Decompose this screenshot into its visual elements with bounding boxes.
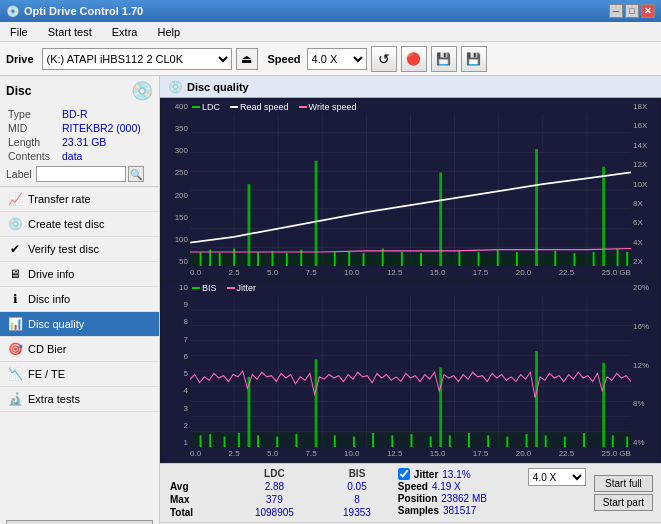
position-value: 23862 MB xyxy=(441,493,487,504)
sidebar-item-fe-te[interactable]: 📉 FE / TE xyxy=(0,362,159,387)
start-full-button[interactable]: Start full xyxy=(594,475,653,492)
legend-read-speed-label: Read speed xyxy=(240,102,289,112)
sidebar-item-disc-info-label: Disc info xyxy=(28,293,70,305)
chart-ldc-area xyxy=(190,114,631,266)
svg-rect-74 xyxy=(238,433,240,447)
sidebar-item-extra-tests[interactable]: 🔬 Extra tests xyxy=(0,387,159,412)
drive-label: Drive xyxy=(6,53,34,65)
legend-write-speed: Write speed xyxy=(299,102,357,112)
sidebar-item-disc-quality[interactable]: 📊 Disc quality xyxy=(0,312,159,337)
svg-rect-90 xyxy=(564,436,566,447)
svg-rect-69 xyxy=(535,351,538,447)
menu-help[interactable]: Help xyxy=(151,24,186,40)
burn-button[interactable]: 💾 xyxy=(431,46,457,72)
sidebar-item-cd-bier[interactable]: 🎯 CD Bier xyxy=(0,337,159,362)
sidebar-item-create-test-disc[interactable]: 💿 Create test disc xyxy=(0,212,159,237)
svg-rect-84 xyxy=(449,435,451,447)
main-content: Disc 💿 Type BD-R MID RITEKBR2 (000) Leng… xyxy=(0,76,661,524)
samples-row: Samples 381517 xyxy=(398,505,520,516)
svg-rect-73 xyxy=(224,436,226,447)
sidebar-item-fe-te-label: FE / TE xyxy=(28,368,65,380)
max-label: Max xyxy=(166,494,227,505)
start-buttons-col: Start full Start part xyxy=(590,466,657,520)
status-window-button[interactable]: Status window >> xyxy=(6,520,153,524)
settings-button[interactable]: 🔴 xyxy=(401,46,427,72)
menu-file[interactable]: File xyxy=(4,24,34,40)
svg-rect-81 xyxy=(391,435,393,447)
svg-rect-76 xyxy=(276,436,278,447)
refresh-button[interactable]: ↺ xyxy=(371,46,397,72)
disc-length-row: Length 23.31 GB xyxy=(8,136,151,148)
max-bis: 8 xyxy=(322,494,392,505)
samples-label: Samples xyxy=(398,505,439,516)
drive-select[interactable]: (K:) ATAPI iHBS112 2 CL0K xyxy=(42,48,232,70)
svg-rect-45 xyxy=(626,252,628,266)
svg-rect-31 xyxy=(334,252,336,266)
svg-rect-21 xyxy=(535,149,538,266)
maximize-button[interactable]: □ xyxy=(625,4,639,18)
menu-start-test[interactable]: Start test xyxy=(42,24,98,40)
create-test-disc-icon: 💿 xyxy=(8,217,22,231)
svg-rect-79 xyxy=(353,436,355,447)
disc-contents-label: Contents xyxy=(8,150,60,162)
app-icon: 💿 xyxy=(6,5,20,18)
menu-extra[interactable]: Extra xyxy=(106,24,144,40)
svg-rect-25 xyxy=(219,253,221,266)
disc-info-icon: ℹ xyxy=(8,292,22,306)
stats-main: LDC BIS Avg 2.88 0.05 Max 379 xyxy=(164,466,394,520)
start-part-button[interactable]: Start part xyxy=(594,494,653,511)
minimize-button[interactable]: ─ xyxy=(609,4,623,18)
sidebar-item-create-test-disc-label: Create test disc xyxy=(28,218,104,230)
eject-button[interactable]: ⏏ xyxy=(236,48,258,70)
speed-label2: Speed xyxy=(398,481,428,492)
sidebar-item-verify-test-disc[interactable]: ✔ Verify test disc xyxy=(0,237,159,262)
legend-jitter-label: Jitter xyxy=(237,283,257,293)
svg-rect-86 xyxy=(487,435,489,447)
svg-rect-85 xyxy=(468,433,470,447)
legend-ldc-label: LDC xyxy=(202,102,220,112)
svg-rect-17 xyxy=(190,254,631,266)
title-bar: 💿 Opti Drive Control 1.70 ─ □ ✕ xyxy=(0,0,661,22)
svg-rect-23 xyxy=(200,252,202,266)
sidebar-item-cd-bier-label: CD Bier xyxy=(28,343,67,355)
svg-rect-93 xyxy=(626,436,628,447)
close-button[interactable]: ✕ xyxy=(641,4,655,18)
sidebar-item-drive-info[interactable]: 🖥 Drive info xyxy=(0,262,159,287)
disc-label-button[interactable]: 🔍 xyxy=(128,166,144,182)
stats-bar: LDC BIS Avg 2.88 0.05 Max 379 xyxy=(160,463,661,522)
stats-max-row: Max 379 8 xyxy=(166,494,392,505)
svg-rect-88 xyxy=(526,434,528,447)
chart-bis-y-right: 20% 16% 12% 8% 4% xyxy=(631,281,659,447)
avg-ldc: 2.88 xyxy=(229,481,320,492)
stats-jitter-speed: Jitter 13.1% Speed 4.19 X Position 23862… xyxy=(394,466,524,520)
stats-table: LDC BIS Avg 2.88 0.05 Max 379 xyxy=(164,466,394,520)
sidebar-item-verify-test-disc-label: Verify test disc xyxy=(28,243,99,255)
charts-area: LDC Read speed Write speed 400 350 300 xyxy=(160,98,661,463)
legend-read-speed: Read speed xyxy=(230,102,289,112)
avg-label: Avg xyxy=(166,481,227,492)
position-label: Position xyxy=(398,493,437,504)
title-bar-left: 💿 Opti Drive Control 1.70 xyxy=(6,5,143,18)
sidebar-item-transfer-rate[interactable]: 📈 Transfer rate xyxy=(0,187,159,212)
disc-length-value: 23.31 GB xyxy=(62,136,151,148)
disc-type-label: Type xyxy=(8,108,60,120)
sidebar-item-disc-quality-label: Disc quality xyxy=(28,318,84,330)
save-button[interactable]: 💾 xyxy=(461,46,487,72)
svg-rect-78 xyxy=(334,435,336,447)
chart-ldc: LDC Read speed Write speed 400 350 300 xyxy=(162,100,659,280)
avg-bis: 0.05 xyxy=(322,481,392,492)
chart-ldc-legend: LDC Read speed Write speed xyxy=(192,102,356,112)
speed-select[interactable]: 4.0 X xyxy=(307,48,367,70)
chart-ldc-x-axis: 0.0 2.5 5.0 7.5 10.0 12.5 15.0 17.5 20.0… xyxy=(190,266,631,280)
jitter-checkbox[interactable] xyxy=(398,468,410,480)
sidebar-item-disc-info[interactable]: ℹ Disc info xyxy=(0,287,159,312)
svg-rect-39 xyxy=(497,250,499,266)
samples-value: 381517 xyxy=(443,505,476,516)
sidebar-item-drive-info-label: Drive info xyxy=(28,268,74,280)
disc-contents-value: data xyxy=(62,150,151,162)
stats-speed-select[interactable]: 4.0 X xyxy=(528,468,586,486)
disc-label-input[interactable] xyxy=(36,166,126,182)
chart-bis-svg xyxy=(190,295,631,447)
menu-bar: File Start test Extra Help xyxy=(0,22,661,42)
svg-rect-75 xyxy=(257,435,259,447)
